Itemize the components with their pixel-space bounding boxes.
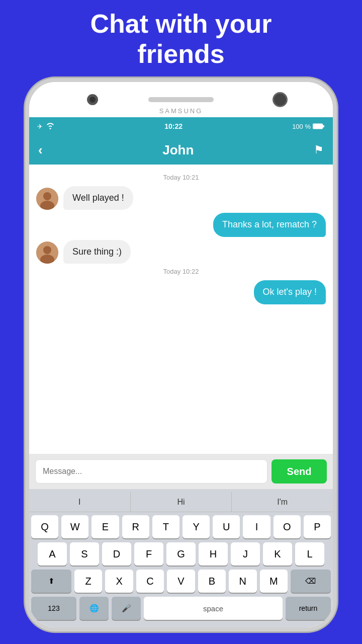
suggestions-row: I Hi I'm: [29, 492, 333, 512]
status-right: 100 %: [292, 123, 325, 130]
key-n[interactable]: N: [229, 570, 256, 593]
key-w[interactable]: W: [61, 515, 88, 538]
key-g[interactable]: G: [166, 542, 196, 566]
key-s[interactable]: S: [70, 542, 99, 566]
mic-key[interactable]: 🎤: [112, 597, 141, 620]
key-row-1: Q W E R T Y U I O P: [31, 515, 331, 538]
speaker: [148, 97, 214, 102]
svg-rect-3: [323, 125, 324, 127]
message-row: Sure thing :): [36, 240, 326, 264]
key-row-3: ⬆ Z X C V B N M ⌫: [31, 570, 331, 593]
message-row: Well played !: [36, 186, 326, 210]
input-area: Send: [29, 454, 333, 489]
key-f[interactable]: F: [134, 542, 163, 566]
key-x[interactable]: X: [105, 570, 133, 593]
message-bubble: Sure thing :): [63, 240, 131, 264]
key-t[interactable]: T: [152, 515, 179, 538]
key-r[interactable]: R: [122, 515, 149, 538]
message-bubble: Well played !: [63, 186, 133, 210]
key-a[interactable]: A: [38, 542, 67, 566]
suggestion-hi[interactable]: Hi: [131, 492, 232, 512]
suggestion-im[interactable]: I'm: [232, 492, 333, 512]
timestamp-1: Today 10:21: [29, 174, 333, 181]
send-button[interactable]: Send: [272, 459, 327, 484]
phone-top: SAMSUNG: [29, 82, 333, 117]
wifi-icon: [46, 122, 55, 131]
key-e[interactable]: E: [92, 515, 119, 538]
avatar: [36, 188, 58, 210]
suggestion-i[interactable]: I: [29, 492, 131, 512]
status-bar: ✈ 10:22 100 %: [29, 117, 333, 135]
key-j[interactable]: J: [231, 542, 260, 566]
svg-point-5: [43, 192, 51, 200]
status-time: 10:22: [164, 122, 183, 130]
bottom-key-row: 123 🌐 🎤 space return: [29, 597, 333, 623]
airplane-icon: ✈: [37, 123, 43, 130]
camera-right-icon: [273, 92, 288, 107]
key-m[interactable]: M: [260, 570, 288, 593]
avatar: [36, 242, 58, 264]
battery-icon: [313, 123, 325, 130]
key-l[interactable]: L: [295, 542, 324, 566]
key-y[interactable]: Y: [183, 515, 210, 538]
key-123[interactable]: 123: [31, 597, 76, 620]
key-q[interactable]: Q: [31, 515, 58, 538]
return-key[interactable]: return: [286, 597, 331, 620]
message-bubble: Ok let's play !: [254, 280, 326, 304]
back-button[interactable]: ‹: [38, 142, 43, 158]
globe-key[interactable]: 🌐: [79, 597, 109, 620]
key-k[interactable]: K: [263, 542, 292, 566]
key-c[interactable]: C: [136, 570, 164, 593]
key-i[interactable]: I: [243, 515, 270, 538]
message-bubble: Thanks a lot, rematch ?: [213, 213, 326, 236]
svg-point-8: [43, 246, 51, 254]
phone-screen: ✈ 10:22 100 % ‹ John: [29, 117, 333, 627]
key-row-2: A S D F G H J K L: [31, 542, 331, 566]
key-u[interactable]: U: [213, 515, 240, 538]
message-input[interactable]: [35, 459, 267, 484]
camera-left-icon: [87, 94, 98, 105]
keyboard: I Hi I'm Q W E R T Y U I O P: [29, 489, 333, 627]
space-key[interactable]: space: [144, 597, 283, 620]
key-rows: Q W E R T Y U I O P A S D F G: [29, 512, 333, 593]
shift-key[interactable]: ⬆: [31, 570, 71, 593]
chat-contact-name: John: [162, 142, 194, 158]
status-left: ✈: [37, 122, 55, 131]
message-row: Thanks a lot, rematch ?: [36, 213, 326, 236]
timestamp-2: Today 10:22: [29, 268, 333, 275]
key-b[interactable]: B: [198, 570, 226, 593]
phone-frame: SAMSUNG ✈ 10:22 100 %: [25, 78, 337, 631]
backspace-key[interactable]: ⌫: [291, 570, 331, 593]
page-header: Chat with your friends: [0, 0, 362, 74]
flag-button[interactable]: ⚑: [314, 143, 324, 156]
nav-bar: ‹ John ⚑: [29, 135, 333, 165]
samsung-brand: SAMSUNG: [159, 107, 203, 115]
svg-rect-2: [313, 124, 322, 128]
message-row: Ok let's play !: [36, 280, 326, 304]
key-o[interactable]: O: [274, 515, 301, 538]
key-h[interactable]: H: [199, 542, 228, 566]
chat-area: Today 10:21 Well played ! Thanks a lot, …: [29, 165, 333, 454]
key-z[interactable]: Z: [74, 570, 102, 593]
key-v[interactable]: V: [167, 570, 195, 593]
key-p[interactable]: P: [304, 515, 331, 538]
battery-text: 100 %: [292, 123, 311, 130]
key-d[interactable]: D: [102, 542, 131, 566]
